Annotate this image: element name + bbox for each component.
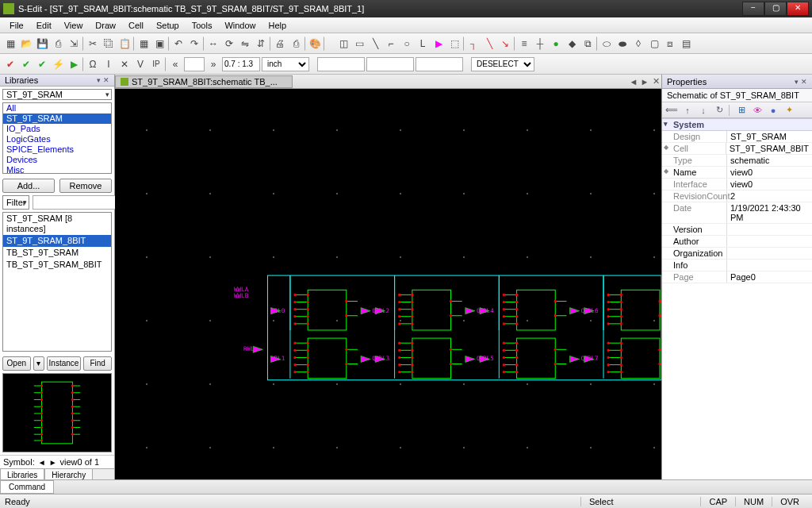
line-icon[interactable]: ╲: [368, 37, 382, 51]
shape6-icon[interactable]: ▤: [679, 37, 693, 51]
prop-star-icon[interactable]: ✦: [783, 104, 795, 117]
field-1[interactable]: [317, 57, 365, 71]
shape5-icon[interactable]: ⧈: [663, 37, 677, 51]
save-icon[interactable]: 💾: [35, 37, 49, 51]
open-dd-button[interactable]: ▾: [33, 356, 44, 371]
prop-row[interactable]: PagePage0: [662, 271, 812, 283]
prop-refresh-icon[interactable]: ↻: [713, 104, 726, 117]
x-icon[interactable]: ✕: [117, 57, 132, 71]
check-green-icon[interactable]: ✔: [19, 57, 33, 71]
move-icon[interactable]: ↔: [206, 37, 220, 51]
export-icon[interactable]: ⇲: [67, 37, 81, 51]
property-grid[interactable]: System DesignST_9T_SRAMCellST_9T_SRAM_8B…: [662, 118, 812, 479]
prop-up-icon[interactable]: ↑: [681, 104, 694, 117]
window-icon[interactable]: ▣: [152, 37, 167, 51]
lib-item[interactable]: IO_Pads: [3, 124, 111, 134]
filter-combo[interactable]: Filter: [2, 195, 29, 210]
flash-icon[interactable]: ⚡: [51, 57, 65, 71]
prop-group-system[interactable]: System: [662, 118, 812, 131]
back-icon[interactable]: «: [168, 57, 182, 71]
copy-icon[interactable]: ⿻: [102, 37, 116, 51]
play-icon[interactable]: ▶: [67, 57, 81, 71]
group-icon[interactable]: ┼: [533, 37, 547, 51]
print-icon[interactable]: 🖨: [273, 37, 287, 51]
prop-row[interactable]: Nameview0: [662, 167, 812, 179]
menu-file[interactable]: File: [3, 19, 30, 32]
save-all-icon[interactable]: ⎙: [51, 37, 65, 51]
flip-v-icon[interactable]: ⇵: [254, 37, 268, 51]
flip-h-icon[interactable]: ⇋: [238, 37, 252, 51]
prop-row[interactable]: Author: [662, 236, 812, 248]
prop-row[interactable]: DesignST_9T_SRAM: [662, 131, 812, 143]
grid-icon[interactable]: ▦: [136, 37, 151, 51]
menu-setup[interactable]: Setup: [150, 19, 186, 32]
find-button[interactable]: Find: [83, 356, 112, 371]
shape2-icon[interactable]: ⬬: [615, 37, 630, 51]
menu-tools[interactable]: Tools: [186, 19, 219, 32]
menu-help[interactable]: Help: [262, 19, 293, 32]
prop-tree-icon[interactable]: ⊞: [735, 104, 748, 117]
minimize-button[interactable]: −: [742, 2, 764, 16]
library-combo[interactable]: ST_9T_SRAM: [2, 89, 112, 100]
tab-nav-right[interactable]: ►: [639, 77, 650, 87]
tab-nav-left[interactable]: ◄: [628, 77, 639, 87]
paste-icon[interactable]: 📋: [117, 37, 132, 51]
fwd-icon[interactable]: »: [206, 57, 220, 71]
ip-icon[interactable]: IP: [149, 57, 163, 71]
cell-item[interactable]: ST_9T_SRAM_8BIT: [3, 235, 111, 247]
align-icon[interactable]: ≡: [517, 37, 531, 51]
lib-item[interactable]: Devices: [3, 155, 111, 165]
remove-button[interactable]: Remove: [59, 179, 112, 193]
port-icon[interactable]: ▶: [431, 37, 446, 51]
redo-icon[interactable]: ↷: [187, 37, 201, 51]
open-icon[interactable]: 📂: [19, 37, 33, 51]
new-icon[interactable]: ▦: [3, 37, 17, 51]
circle-icon[interactable]: ○: [400, 37, 414, 51]
prop-back-icon[interactable]: ⟸: [665, 104, 678, 117]
instance-icon[interactable]: ⬚: [447, 37, 462, 51]
menu-edit[interactable]: Edit: [30, 19, 58, 32]
symbol-prev[interactable]: ◄: [38, 458, 46, 467]
shape3-icon[interactable]: ◊: [631, 37, 645, 51]
menu-cell[interactable]: Cell: [122, 19, 150, 32]
deselect-combo[interactable]: DESELECT: [471, 57, 534, 71]
prop-row[interactable]: Interfaceview0: [662, 179, 812, 190]
prop-row[interactable]: CellST_9T_SRAM_8BIT: [662, 143, 812, 155]
rect-icon[interactable]: ▭: [352, 37, 366, 51]
symbol-next[interactable]: ►: [49, 458, 57, 467]
publish-icon[interactable]: ⎙: [289, 37, 303, 51]
library-list[interactable]: AllST_9T_SRAMIO_PadsLogicGatesSPICE_Elem…: [2, 102, 112, 174]
unit-select[interactable]: inch: [262, 57, 309, 71]
prop-dot-icon[interactable]: ●: [767, 104, 779, 117]
prop-row[interactable]: RevisionCount2: [662, 190, 812, 202]
shape1-icon[interactable]: ⬭: [599, 37, 614, 51]
snap-icon[interactable]: ◆: [565, 37, 579, 51]
prop-row[interactable]: Typeschematic: [662, 155, 812, 167]
open-button[interactable]: Open: [2, 356, 31, 371]
palette-icon[interactable]: 🎨: [308, 37, 322, 51]
run-icon[interactable]: ⧉: [580, 37, 595, 51]
rotate-icon[interactable]: ⟳: [222, 37, 236, 51]
v-icon[interactable]: V: [133, 57, 147, 71]
doc-tab-active[interactable]: ST_9T_SRAM_8BIT:schematic TB_...: [115, 75, 293, 88]
undo-icon[interactable]: ↶: [171, 37, 186, 51]
poly-icon[interactable]: L: [416, 37, 430, 51]
bus-icon[interactable]: ↘: [498, 37, 512, 51]
check2-icon[interactable]: ✔: [35, 57, 49, 71]
prop-down-icon[interactable]: ↓: [697, 104, 710, 117]
lib-item[interactable]: ST_9T_SRAM: [3, 114, 111, 124]
path-icon[interactable]: ⌐: [384, 37, 398, 51]
prop-eye-icon[interactable]: 👁: [751, 104, 764, 117]
menu-view[interactable]: View: [58, 19, 90, 32]
close-button[interactable]: ✕: [787, 2, 809, 16]
field-3[interactable]: [416, 57, 463, 71]
instance-button[interactable]: Instance: [47, 356, 82, 371]
lib-item[interactable]: LogicGates: [3, 134, 111, 144]
prop-row[interactable]: Info: [662, 260, 812, 271]
prop-row[interactable]: Version: [662, 224, 812, 236]
omega-icon[interactable]: Ω: [86, 57, 100, 71]
lib-item[interactable]: All: [3, 103, 111, 114]
prop-row[interactable]: Date1/19/2021 2:43:30 PM: [662, 202, 812, 224]
menu-window[interactable]: Window: [218, 19, 262, 32]
command-tab[interactable]: Command: [0, 480, 54, 494]
